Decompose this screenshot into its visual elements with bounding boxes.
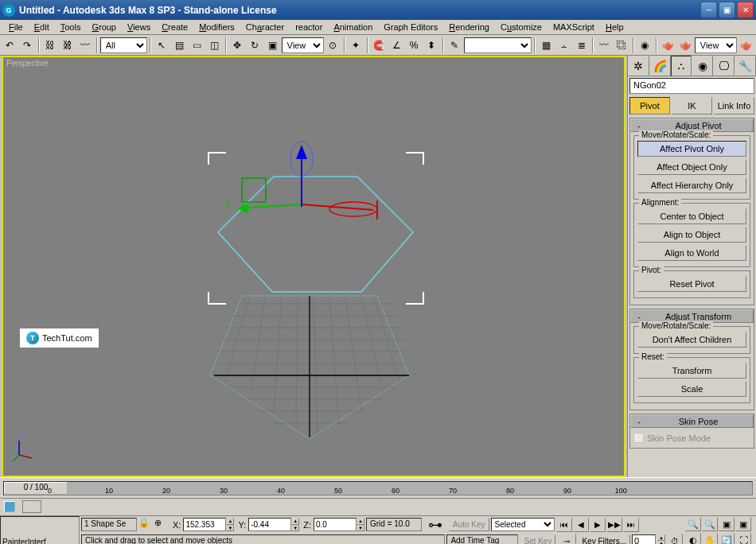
render-last-button[interactable]: 🫖 xyxy=(738,37,754,54)
dont-affect-children-button[interactable]: Don't Affect Children xyxy=(637,332,746,348)
menu-views[interactable]: Views xyxy=(122,21,156,33)
fov-button[interactable]: ◐ xyxy=(685,533,701,544)
align-to-object-button[interactable]: Align to Object xyxy=(637,227,746,243)
center-to-object-button[interactable]: Center to Object xyxy=(637,208,746,224)
menu-modifiers[interactable]: Modifiers xyxy=(193,21,240,33)
y-spinner[interactable]: ▲▼ xyxy=(291,518,299,531)
object-name-field[interactable]: NGon02 xyxy=(629,78,754,94)
key-filters-button[interactable]: Key Filters... xyxy=(578,534,630,545)
align-to-world-button[interactable]: Align to World xyxy=(637,245,746,261)
menu-tools[interactable]: Tools xyxy=(55,21,87,33)
angle-snap-button[interactable]: ∠ xyxy=(388,37,405,54)
reset-transform-button[interactable]: Transform xyxy=(637,363,746,379)
y-coord-input[interactable] xyxy=(248,518,291,531)
z-coord-input[interactable] xyxy=(314,518,357,531)
tab-create[interactable]: ✲ xyxy=(628,56,649,76)
align-button[interactable]: ⫠ xyxy=(555,37,572,54)
time-tag-field[interactable]: Add Time Tag xyxy=(446,534,518,545)
arc-rotate-button[interactable]: 🔄 xyxy=(719,533,735,544)
min-max-toggle-button[interactable]: ⛶ xyxy=(735,533,751,544)
time-slider[interactable]: 0 / 100 xyxy=(3,481,753,495)
menu-group[interactable]: Group xyxy=(86,21,122,33)
tab-display[interactable]: 🖵 xyxy=(713,56,735,76)
zoom-all-button[interactable]: 🔍 xyxy=(702,517,718,531)
menu-animation[interactable]: Animation xyxy=(328,21,378,33)
pivot-center-button[interactable]: ⊙ xyxy=(325,37,341,54)
time-config-button[interactable]: ⏱ xyxy=(667,534,683,544)
trackbar-key-icon[interactable] xyxy=(22,500,41,513)
material-editor-button[interactable]: ◉ xyxy=(637,37,653,54)
undo-button[interactable]: ↶ xyxy=(2,37,18,54)
key-mode-dropdown[interactable]: Selected xyxy=(491,518,555,531)
rollout-skin-pose-header[interactable]: - Skin Pose xyxy=(630,414,754,428)
refcoord-dropdown[interactable]: View xyxy=(282,37,324,53)
subtab-linkinfo[interactable]: Link Info xyxy=(714,97,754,115)
bind-spacewarp-button[interactable]: 〰 xyxy=(77,37,94,54)
skin-pose-mode-checkbox[interactable] xyxy=(633,433,644,443)
menu-maxscript[interactable]: MAXScript xyxy=(548,21,600,33)
set-key-large-button[interactable]: ⊸ xyxy=(557,534,576,544)
menu-edit[interactable]: Edit xyxy=(29,21,55,33)
redo-button[interactable]: ↷ xyxy=(19,37,36,54)
menu-character[interactable]: Character xyxy=(240,21,290,33)
render-scene-button[interactable]: 🫖 xyxy=(660,37,676,54)
curve-editor-button[interactable]: 〰 xyxy=(596,37,613,54)
percent-snap-button[interactable]: % xyxy=(406,37,423,54)
z-spinner[interactable]: ▲▼ xyxy=(357,518,364,531)
rotate-button[interactable]: ↻ xyxy=(247,37,263,54)
next-frame-button[interactable]: ▶▶ xyxy=(606,518,622,532)
close-button[interactable]: ✕ xyxy=(737,2,754,18)
tab-motion[interactable]: ◉ xyxy=(692,56,713,76)
manipulate-button[interactable]: ✦ xyxy=(348,37,364,54)
menu-file[interactable]: File xyxy=(3,21,29,33)
affect-pivot-only-button[interactable]: Affect Pivot Only xyxy=(637,141,746,157)
pan-button[interactable]: ✋ xyxy=(702,533,718,544)
maximize-button[interactable]: ▣ xyxy=(719,2,735,18)
zoom-extents-all-button[interactable]: ▣ xyxy=(735,517,751,531)
unlink-button[interactable]: ⛓̸ xyxy=(60,37,76,54)
layer-manager-button[interactable]: ≣ xyxy=(573,37,590,54)
selection-lock-button[interactable]: 🔒 xyxy=(138,518,153,531)
reset-pivot-button[interactable]: Reset Pivot xyxy=(637,276,746,292)
select-object-button[interactable]: ↖ xyxy=(154,37,170,54)
play-button[interactable]: ▶ xyxy=(590,518,606,532)
menu-rendering[interactable]: Rendering xyxy=(443,21,495,33)
time-slider-handle[interactable]: 0 / 100 xyxy=(4,482,68,495)
schematic-view-button[interactable]: ⿻ xyxy=(614,37,630,54)
window-crossing-button[interactable]: ◫ xyxy=(206,37,223,54)
move-button[interactable]: ✥ xyxy=(229,37,246,54)
affect-hierarchy-only-button[interactable]: Affect Hierarchy Only xyxy=(637,177,746,193)
menu-help[interactable]: Help xyxy=(600,21,629,33)
menu-customize[interactable]: Customize xyxy=(495,21,548,33)
viewport[interactable]: Perspective xyxy=(2,56,625,477)
select-region-button[interactable]: ▭ xyxy=(189,37,205,54)
affect-object-only-button[interactable]: Affect Object Only xyxy=(637,159,746,175)
snap-toggle-button[interactable]: 🧲 xyxy=(371,37,388,54)
tab-hierarchy[interactable]: ⛬ xyxy=(671,56,692,76)
subtab-ik[interactable]: IK xyxy=(672,97,712,115)
link-button[interactable]: ⛓ xyxy=(42,37,59,54)
tab-modify[interactable]: 🌈 xyxy=(649,56,671,76)
select-by-name-button[interactable]: ▤ xyxy=(171,37,188,54)
menu-create[interactable]: Create xyxy=(156,21,193,33)
subtab-pivot[interactable]: Pivot xyxy=(629,97,670,115)
menu-reactor[interactable]: reactor xyxy=(290,21,328,33)
zoom-button[interactable]: 🔍 xyxy=(685,517,701,531)
current-frame-input[interactable] xyxy=(632,534,656,545)
named-selection-dropdown[interactable] xyxy=(464,37,532,53)
trackbar-toggle-button[interactable] xyxy=(4,501,15,512)
transform-typein-button[interactable]: ⊕ xyxy=(154,518,169,531)
prompt-field[interactable]: PainterInterf xyxy=(0,516,80,544)
spinner-snap-button[interactable]: ⬍ xyxy=(423,37,440,54)
set-key-button[interactable]: Set Key xyxy=(520,534,555,545)
time-ruler[interactable] xyxy=(0,498,756,515)
mirror-button[interactable]: ▦ xyxy=(538,37,555,54)
prev-frame-button[interactable]: ◀ xyxy=(573,518,589,532)
goto-end-button[interactable]: ⏭ xyxy=(623,518,639,532)
frame-spinner[interactable]: ▲▼ xyxy=(657,534,665,545)
minimize-button[interactable]: ─ xyxy=(700,2,717,18)
named-selection-edit-button[interactable]: ✎ xyxy=(446,37,463,54)
auto-key-button[interactable]: Auto Key xyxy=(449,518,489,531)
x-spinner[interactable]: ▲▼ xyxy=(226,518,234,531)
tab-utilities[interactable]: 🔧 xyxy=(735,56,756,76)
